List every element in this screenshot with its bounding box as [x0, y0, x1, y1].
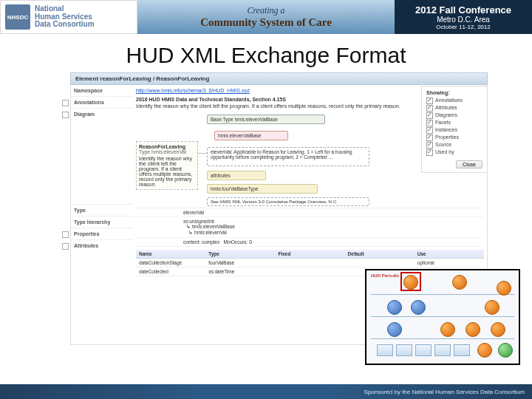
checkbox-icon[interactable] — [426, 134, 433, 141]
node-icon — [440, 322, 455, 337]
checkbox-icon[interactable] — [426, 105, 433, 112]
type-table: elevenVal xs:unsignedInt ↳ hmis:elevenVa… — [136, 208, 484, 247]
showing-opt[interactable]: Diagrams — [426, 112, 482, 119]
collapse-icon[interactable] — [62, 112, 69, 118]
node-icon — [477, 343, 492, 358]
label-type: Type — [71, 204, 133, 216]
label-type-hierarchy: Type hierarchy — [71, 216, 133, 228]
diagram-source-box: ReasonForLeaving Type hmis:elevenVal Ide… — [136, 141, 198, 190]
showing-panel: Showing: Annotations Attributes Diagrams… — [421, 86, 488, 173]
shelf-line — [371, 294, 514, 295]
box-icon — [454, 344, 470, 356]
diagram-base-box: Base Type hmis:elevenValBase — [207, 115, 325, 124]
box-icon — [396, 344, 412, 356]
type-hierarchy-value: xs:unsignedInt ↳ hmis:elevenValBase ↳ hm… — [183, 219, 484, 236]
slide-footer: Sponsored by the National Human Services… — [0, 384, 532, 399]
slide-title: HUD XML Exchange Format — [0, 34, 532, 72]
checkbox-icon[interactable] — [426, 127, 433, 134]
label-annotations: Annotations — [71, 96, 133, 108]
type-value: elevenVal — [183, 210, 484, 215]
diagram-attributes-box: attributes — [207, 171, 266, 180]
org-name: National Human Services Data Consortium — [35, 5, 95, 29]
org-logo: NHSDC National Human Services Data Conso… — [0, 0, 137, 34]
banner-tagline: Creating a Community System of Care — [137, 0, 395, 34]
connector-line — [198, 153, 207, 154]
table-row: dataCollectionStagefourValBaseoptional — [136, 259, 484, 267]
diagram-enum-box: hmis:fourValBaseType — [207, 184, 318, 194]
node-icon — [387, 322, 402, 337]
box-icon — [377, 344, 393, 356]
node-icon — [411, 300, 426, 315]
table-header: NameTypeFixedDefaultUse — [136, 250, 484, 259]
node-icon — [491, 322, 505, 337]
node-icon — [485, 300, 499, 315]
system-diagram-inset: HUD Periodic — [365, 269, 520, 365]
showing-opt[interactable]: Used by — [426, 149, 482, 156]
showing-opt[interactable]: Source — [426, 142, 482, 149]
diagram-selected-box: hmis:elevenValBase — [214, 131, 288, 140]
collapse-icon[interactable] — [62, 243, 69, 250]
label-diagram: Diagram — [71, 108, 133, 204]
close-button[interactable]: Close — [456, 160, 482, 168]
node-icon — [466, 322, 480, 337]
showing-opt[interactable]: Facets — [426, 120, 482, 126]
shelf-line — [371, 316, 514, 317]
box-icon — [415, 344, 432, 356]
properties-value: content: complex MinOccurs: 0 — [183, 239, 484, 245]
node-icon — [497, 281, 511, 296]
showing-opt[interactable]: Annotations — [426, 98, 482, 104]
inset-label: HUD Periodic — [371, 273, 399, 278]
checkbox-icon[interactable] — [426, 112, 433, 119]
collapse-icon[interactable] — [62, 231, 69, 238]
checkbox-icon[interactable] — [426, 98, 433, 104]
logo-mark: NHSDC — [5, 4, 30, 30]
showing-title: Showing: — [426, 90, 482, 95]
label-properties: Properties — [71, 228, 133, 239]
checkbox-icon[interactable] — [426, 120, 433, 126]
row-labels: Namespace Annotations Diagram Type Type … — [71, 85, 133, 344]
node-icon — [403, 275, 418, 290]
checkbox-icon[interactable] — [426, 149, 433, 156]
conference-info: 2012 Fall Conference Metro D.C. Area Oct… — [395, 0, 532, 34]
label-namespace: Namespace — [71, 85, 133, 96]
label-attributes: Attributes — [71, 239, 133, 251]
shelf-line — [371, 338, 514, 339]
collapse-icon[interactable] — [62, 100, 69, 106]
node-icon — [498, 343, 513, 358]
element-heading: Element reasonForLeaving / ReasonForLeav… — [70, 72, 488, 85]
diagram-note-box: See HMIS XML Version 3.0 Cumulative Pack… — [207, 197, 369, 206]
diagram-desc-box: elevenVal: Applicable to Reason for Leav… — [207, 147, 369, 166]
box-icon — [434, 344, 451, 356]
node-icon — [387, 300, 402, 315]
conference-banner: NHSDC National Human Services Data Conso… — [0, 0, 532, 34]
node-icon — [452, 275, 467, 290]
showing-opt[interactable]: Properties — [426, 134, 482, 141]
showing-opt[interactable]: Attributes — [426, 105, 482, 112]
showing-opt[interactable]: Instances — [426, 127, 482, 134]
checkbox-icon[interactable] — [426, 142, 433, 149]
